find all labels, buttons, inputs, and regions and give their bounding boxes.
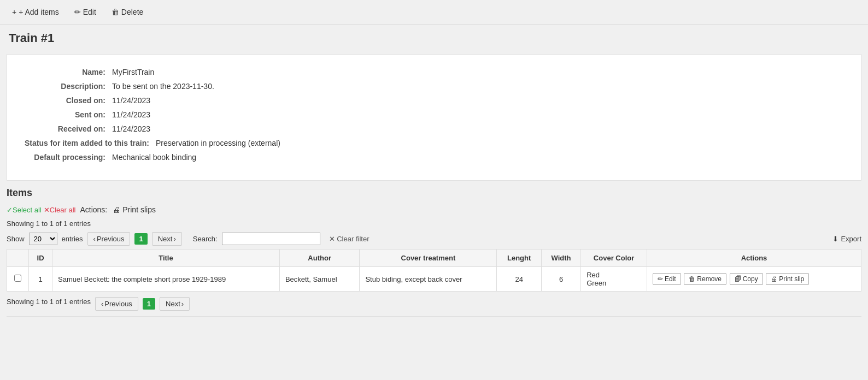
name-label: Name: <box>25 68 112 76</box>
showing-text-top: Showing 1 to 1 of 1 entries <box>7 219 861 228</box>
detail-row-name: Name: MyFirstTrain <box>25 68 843 76</box>
col-id: ID <box>29 250 52 267</box>
items-table: ID Title Author Cover treatment Lenght W… <box>7 249 861 292</box>
row-checkbox-cell <box>7 267 29 292</box>
bottom-previous-button[interactable]: ‹ Previous <box>95 297 138 311</box>
printer-icon: 🖨 <box>113 205 120 214</box>
col-author: Author <box>279 250 360 267</box>
detail-row-sent-on: Sent on: 11/24/2023 <box>25 110 843 119</box>
chevron-left-icon: ‹ <box>93 235 96 243</box>
add-items-icon: + <box>12 8 16 16</box>
description-value: To be sent on the 2023-11-30. <box>112 82 214 91</box>
detail-card: Name: MyFirstTrain Description: To be se… <box>7 54 861 181</box>
table-row: 1 Samuel Beckett: the complete short pro… <box>7 267 861 292</box>
top-next-button[interactable]: Next › <box>152 232 182 246</box>
print-slips-label: Print slips <box>122 205 156 214</box>
row-cover-color: RedGreen <box>581 267 647 292</box>
print-slip-label: Print slip <box>779 275 804 283</box>
edit-button[interactable]: ✏ Edit <box>71 5 99 19</box>
printer-row-icon: 🖨 <box>771 275 777 283</box>
col-cover-color: Cover Color <box>581 250 647 267</box>
items-title: Items <box>7 187 861 199</box>
chevron-right-icon: › <box>173 235 175 243</box>
row-width: 6 <box>541 267 580 292</box>
select-all-link[interactable]: ✓Select all <box>7 206 42 214</box>
bottom-pagination-bar: Showing 1 to 1 of 1 entries ‹ Previous 1… <box>7 297 861 311</box>
row-edit-button[interactable]: ✏ Edit <box>653 273 681 285</box>
default-processing-value: Mechanical book binding <box>112 153 196 162</box>
copy-label: Copy <box>743 275 758 283</box>
top-next-label: Next <box>158 235 173 243</box>
add-items-label: + Add items <box>19 8 59 16</box>
detail-row-description: Description: To be sent on the 2023-11-3… <box>25 82 843 91</box>
export-label: Export <box>841 235 861 243</box>
col-cover-treatment: Cover treatment <box>360 250 497 267</box>
bottom-showing-text: Showing 1 to 1 of 1 entries <box>7 298 91 306</box>
bottom-previous-label: Previous <box>104 300 132 308</box>
bottom-page-num: 1 <box>143 298 155 310</box>
sent-on-label: Sent on: <box>25 110 112 119</box>
received-on-label: Received on: <box>25 124 112 133</box>
col-actions: Actions <box>647 250 861 267</box>
table-header-row: ID Title Author Cover treatment Lenght W… <box>7 250 861 267</box>
closed-on-value: 11/24/2023 <box>112 96 150 105</box>
print-slips-button[interactable]: 🖨 Print slips <box>109 203 159 216</box>
row-print-slip-button[interactable]: 🖨 Print slip <box>766 273 809 285</box>
default-processing-label: Default processing: <box>25 153 112 162</box>
page-title: Train #1 <box>0 25 868 50</box>
clear-all-link[interactable]: ✕Clear all <box>44 206 76 214</box>
bottom-next-button[interactable]: Next › <box>160 297 190 311</box>
detail-row-received-on: Received on: 11/24/2023 <box>25 124 843 133</box>
export-icon: ⬇ <box>832 235 838 243</box>
actions-label: Actions: <box>80 205 107 214</box>
bottom-next-label: Next <box>166 300 180 308</box>
delete-label: Delete <box>121 8 143 16</box>
row-copy-button[interactable]: 🗐 Copy <box>730 273 763 285</box>
chevron-left-bottom-icon: ‹ <box>101 300 103 308</box>
top-page-num: 1 <box>134 233 147 245</box>
copy-icon: 🗐 <box>735 275 741 283</box>
clear-filter-button[interactable]: ✕ Clear filter <box>329 235 370 243</box>
chevron-right-bottom-icon: › <box>181 300 184 308</box>
search-input[interactable] <box>222 233 320 245</box>
remove-label: Remove <box>697 275 722 283</box>
received-on-value: 11/24/2023 <box>112 124 150 133</box>
edit-label: Edit <box>665 275 676 283</box>
items-actions-bar: ✓Select all ✕Clear all Actions: 🖨 Print … <box>7 203 861 216</box>
detail-row-status: Status for item added to this train: Pre… <box>25 139 843 147</box>
name-value: MyFirstTrain <box>112 68 154 76</box>
row-author: Beckett, Samuel <box>279 267 360 292</box>
row-checkbox[interactable] <box>14 275 21 282</box>
delete-icon: 🗑 <box>112 8 119 16</box>
show-label: Show <box>7 235 25 243</box>
entries-select[interactable]: 20 50 100 <box>29 233 57 245</box>
detail-row-default-processing: Default processing: Mechanical book bind… <box>25 153 843 162</box>
top-pagination-bar: Show 20 50 100 entries ‹ Previous 1 Next… <box>7 232 861 246</box>
top-previous-label: Previous <box>97 235 125 243</box>
trash-icon: 🗑 <box>689 275 695 283</box>
row-actions-cell: ✏ Edit 🗑 Remove 🗐 Copy 🖨 Print slip <box>647 267 861 292</box>
row-id: 1 <box>29 267 52 292</box>
top-previous-button[interactable]: ‹ Previous <box>87 232 131 246</box>
clear-filter-label: ✕ Clear filter <box>329 235 370 243</box>
col-lenght: Lenght <box>497 250 542 267</box>
row-cover-treatment: Stub biding, except back cover <box>360 267 497 292</box>
description-label: Description: <box>25 82 112 91</box>
row-lenght: 24 <box>497 267 542 292</box>
toolbar: + + Add items ✏ Edit 🗑 Delete <box>0 0 868 25</box>
entries-label: entries <box>62 235 83 243</box>
items-section: Items ✓Select all ✕Clear all Actions: 🖨 … <box>7 187 861 317</box>
export-button[interactable]: ⬇ Export <box>832 235 861 243</box>
pencil-icon: ✏ <box>658 275 663 283</box>
row-title: Samuel Beckett: the complete short prose… <box>52 267 280 292</box>
col-checkbox <box>7 250 29 267</box>
add-items-button[interactable]: + + Add items <box>9 5 62 19</box>
col-title: Title <box>52 250 280 267</box>
status-label: Status for item added to this train: <box>25 139 156 147</box>
search-label: Search: <box>193 235 218 243</box>
delete-button[interactable]: 🗑 Delete <box>108 5 146 19</box>
sent-on-value: 11/24/2023 <box>112 110 150 119</box>
row-remove-button[interactable]: 🗑 Remove <box>684 273 726 285</box>
col-width: Width <box>541 250 580 267</box>
edit-label: Edit <box>83 8 96 16</box>
